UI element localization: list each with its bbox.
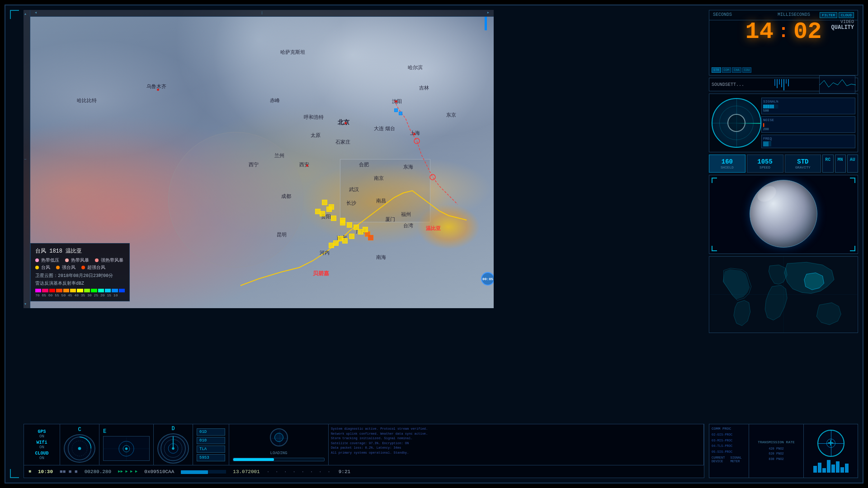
- globe-corner-br: [850, 246, 855, 251]
- label-xiamen: 厦门: [385, 216, 395, 223]
- bottom-main: GPS ON WIfi ON CLOUD ON C: [24, 424, 704, 465]
- status-code1: 00280.280: [85, 469, 111, 474]
- label-taiwan: 台湾: [403, 222, 413, 229]
- active-bar: |: [261, 11, 263, 14]
- typhoon-label-beibijia: 贝碧嘉: [313, 270, 329, 277]
- label-xining: 西宁: [249, 161, 259, 168]
- svg-point-12: [125, 447, 128, 450]
- speed-stat[interactable]: 1055 SPEED: [747, 155, 783, 173]
- status-left-panel: GPS ON WIfi ON CLOUD ON: [24, 424, 60, 465]
- bottom-combined: GPS ON WIfi ON CLOUD ON C: [24, 424, 704, 478]
- blue-circle-marker: 00:05: [481, 272, 494, 286]
- timer-section: SECONDS MILLISECONDS FILTER CLOUD 14 : 0…: [709, 10, 858, 75]
- label-hanoi: 河内: [320, 249, 330, 256]
- filter-btn[interactable]: FILTER: [820, 12, 837, 18]
- status-hex: 0x09510CAA: [144, 469, 174, 474]
- yellow-marker-15: [315, 209, 321, 214]
- gravity-value: STD: [797, 158, 808, 165]
- crosshair-panel: +: [803, 424, 858, 478]
- e-label: E: [103, 428, 150, 435]
- beijing-marker-2: [399, 112, 402, 115]
- status-time: 10:30: [38, 469, 53, 474]
- dot-beijing: [344, 122, 347, 124]
- bar-3: [822, 468, 826, 473]
- legend-label-1: 热带低压: [41, 257, 59, 263]
- code-2: 010: [197, 437, 225, 444]
- gravity-stat[interactable]: STD GRAVITY: [785, 155, 821, 173]
- legend-row-2: 台风 强台风 超强台风: [35, 264, 125, 271]
- wifi-status: WIfi ON: [26, 440, 57, 450]
- dot-urumqi: [157, 89, 159, 91]
- status-dots: · · · · · · · ·: [267, 469, 332, 474]
- loading-bar-bg: [233, 458, 325, 461]
- radar-inner-circle: [727, 114, 745, 132]
- ind-btn-3[interactable]: CHA: [732, 67, 741, 73]
- label-jilin: 吉林: [419, 84, 429, 91]
- globe-corner-bl: [712, 246, 717, 251]
- radar-data-1: SIGNAL% █████░░ 500: [761, 98, 855, 114]
- typhoon-info: 台风 1818 温比亚: [35, 247, 125, 255]
- quality-label: QUALITY: [831, 24, 854, 31]
- mn-btn[interactable]: MN: [835, 155, 846, 173]
- globe-ring: [750, 180, 817, 248]
- worldmap-svg: [709, 257, 858, 333]
- gps-status: GPS ON: [26, 429, 57, 439]
- bottom-footer: ■ 10:30 ■■ ■ ■ 00280.280 ►► ► ► ► 0x0951…: [24, 465, 704, 478]
- radar-label: 雷达反演基本反射率dBZ: [35, 280, 125, 286]
- yellow-marker-7: [340, 220, 345, 225]
- ind-btn-1[interactable]: STR: [712, 67, 721, 73]
- status-page: 9:21: [339, 469, 350, 474]
- cloud-btn[interactable]: CLOUD: [839, 12, 854, 18]
- sound-title: SOUNDSETT...: [712, 82, 744, 87]
- rb-label-device: CURRENT DEVICE: [712, 456, 730, 463]
- cloud-status: CLOUD ON: [26, 451, 57, 460]
- code-4: 59S3: [197, 454, 225, 461]
- ind-btn-2[interactable]: COM: [722, 67, 731, 73]
- legend-label-4: 台风: [41, 264, 50, 271]
- au-btn[interactable]: AU: [847, 155, 858, 173]
- shield-stat[interactable]: 160 SHIELD: [709, 155, 745, 173]
- rb-right-display: TRANSMISSION RATE 420 PNO2 620 PNO2 830 …: [749, 424, 803, 478]
- sound-panel: SOUNDSETT...: [709, 78, 858, 91]
- quality-panel: VIDEO QUALITY: [831, 19, 854, 31]
- e-waveform: [103, 436, 150, 461]
- yellow-marker-18: [368, 235, 373, 240]
- label-huhehaote: 哈比比特: [77, 97, 97, 104]
- yellow-marker-4: [331, 216, 336, 221]
- scale-top: ▲: [24, 12, 29, 16]
- bar-5: [831, 465, 835, 473]
- outer-frame: 哈尔滨 沈阳 吉林 北京 石家庄 烟台 太原 大连 西安 兰州 武汉 南京 乌鲁…: [5, 5, 863, 483]
- svg-rect-20: [181, 470, 208, 474]
- globe: [750, 180, 817, 248]
- stats-buttons[interactable]: 160 SHIELD 1055 SPEED STD GRAVITY RC MN …: [709, 155, 858, 173]
- rb-label-signal: SIGNAL METER: [730, 456, 746, 463]
- rb-label1: COMM PROC: [712, 427, 746, 431]
- yellow-marker-19: [363, 227, 368, 232]
- speed-label: SPEED: [760, 165, 770, 169]
- rb-bottom-labels: CURRENT DEVICE SIGNAL METER: [712, 456, 746, 463]
- top-hud-buttons[interactable]: FILTER CLOUD: [820, 12, 854, 18]
- radar-right-info: SIGNAL% █████░░ 500 NOISE ▌ 200 FREQ ▓▓▒: [761, 98, 855, 148]
- radar-values: 70 65 60 55 50 45 40 35 30 25 20 15 10: [35, 293, 125, 297]
- ind-btn-4[interactable]: COU: [742, 67, 752, 73]
- bar-8: [845, 464, 849, 473]
- rc-btn[interactable]: RC: [822, 155, 833, 173]
- dot-xian: [306, 164, 308, 167]
- label-taiyuan: 太原: [311, 132, 321, 139]
- text-readout: System diagnostic active. Protocol strea…: [329, 424, 704, 465]
- gauge-c-wrap: C: [60, 424, 99, 465]
- label-shijiazhuang: 石家庄: [335, 139, 350, 145]
- yellow-marker-1: [322, 200, 327, 205]
- yellow-marker-10: [349, 234, 354, 239]
- active-bar-indicator: [485, 17, 487, 30]
- cloud-label: CLOUD: [35, 451, 48, 456]
- label-harbin: 哈尔滨: [408, 64, 423, 71]
- blue-circle-label: 00:05: [482, 277, 493, 281]
- timer-seconds: 14: [745, 20, 774, 44]
- bar-6: [836, 461, 840, 473]
- milliseconds-label: MILLISECONDS: [778, 12, 810, 18]
- video-label: VIDEO: [831, 19, 854, 24]
- cloud-on: ON: [39, 456, 44, 460]
- label-nanjing: 南京: [374, 175, 384, 182]
- wifi-on: ON: [39, 445, 44, 450]
